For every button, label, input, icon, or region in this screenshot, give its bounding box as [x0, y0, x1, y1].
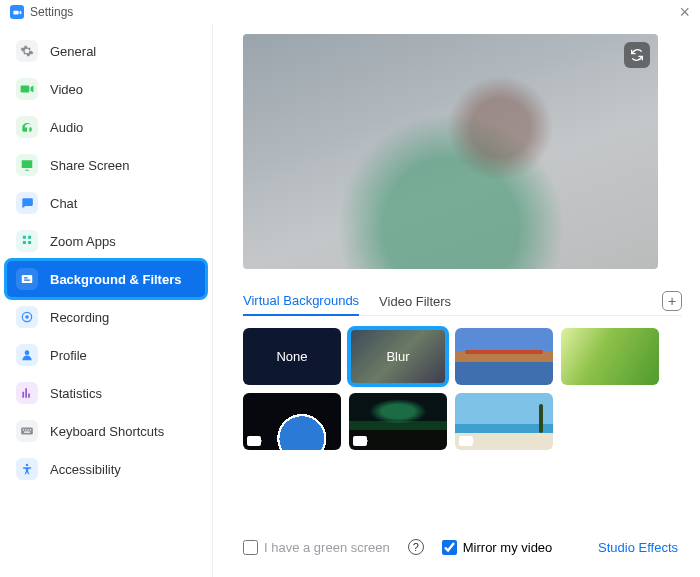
- green-screen-input[interactable]: [243, 540, 258, 555]
- sidebar-item-share-screen[interactable]: Share Screen: [6, 146, 206, 184]
- statistics-icon: [16, 382, 38, 404]
- sidebar-item-label: Profile: [50, 348, 87, 363]
- mirror-video-input[interactable]: [442, 540, 457, 555]
- video-clip-icon: [353, 436, 367, 446]
- tab-video-filters[interactable]: Video Filters: [379, 288, 451, 315]
- headphones-icon: [16, 116, 38, 138]
- studio-effects-link[interactable]: Studio Effects: [598, 540, 682, 555]
- background-icon: [16, 268, 38, 290]
- sidebar-item-accessibility[interactable]: Accessibility: [6, 450, 206, 488]
- background-tile-bridge[interactable]: [455, 328, 553, 385]
- tab-virtual-backgrounds[interactable]: Virtual Backgrounds: [243, 287, 359, 316]
- profile-icon: [16, 344, 38, 366]
- background-tile-aurora[interactable]: [349, 393, 447, 450]
- help-icon[interactable]: ?: [408, 539, 424, 555]
- sidebar-item-label: Background & Filters: [50, 272, 181, 287]
- sidebar-item-profile[interactable]: Profile: [6, 336, 206, 374]
- gear-icon: [16, 40, 38, 62]
- sidebar-item-label: Recording: [50, 310, 109, 325]
- sidebar-item-keyboard-shortcuts[interactable]: Keyboard Shortcuts: [6, 412, 206, 450]
- video-clip-icon: [247, 436, 261, 446]
- mirror-video-checkbox[interactable]: Mirror my video: [442, 540, 553, 555]
- sidebar-item-label: Video: [50, 82, 83, 97]
- sidebar-item-label: Chat: [50, 196, 77, 211]
- background-tile-grass[interactable]: [561, 328, 659, 385]
- sidebar-item-label: Zoom Apps: [50, 234, 116, 249]
- recording-icon: [16, 306, 38, 328]
- svg-point-5: [26, 464, 28, 466]
- sidebar-item-video[interactable]: Video: [6, 70, 206, 108]
- add-background-button[interactable]: +: [662, 291, 682, 311]
- sidebar-item-zoom-apps[interactable]: Zoom Apps: [6, 222, 206, 260]
- accessibility-icon: [16, 458, 38, 480]
- rotate-camera-button[interactable]: [624, 42, 650, 68]
- sidebar-item-statistics[interactable]: Statistics: [6, 374, 206, 412]
- background-tile-earth[interactable]: [243, 393, 341, 450]
- keyboard-icon: [16, 420, 38, 442]
- video-clip-icon: [459, 436, 473, 446]
- svg-rect-0: [22, 275, 33, 283]
- sidebar-item-label: Share Screen: [50, 158, 130, 173]
- sidebar-item-general[interactable]: General: [6, 32, 206, 70]
- background-grid: None Blur: [243, 328, 673, 450]
- zoom-app-icon: [10, 5, 24, 19]
- background-tile-blur[interactable]: Blur: [349, 328, 447, 385]
- background-tile-none[interactable]: None: [243, 328, 341, 385]
- video-preview: [243, 34, 658, 269]
- svg-point-2: [25, 315, 29, 319]
- share-screen-icon: [16, 154, 38, 176]
- sidebar-item-label: Statistics: [50, 386, 102, 401]
- sidebar-item-label: Keyboard Shortcuts: [50, 424, 164, 439]
- green-screen-label: I have a green screen: [264, 540, 390, 555]
- window-title: Settings: [30, 5, 73, 19]
- sidebar-item-background-filters[interactable]: Background & Filters: [6, 260, 206, 298]
- green-screen-checkbox[interactable]: I have a green screen: [243, 540, 390, 555]
- apps-icon: [16, 230, 38, 252]
- settings-sidebar: General Video Audio Share Screen Chat Zo…: [0, 24, 213, 577]
- sidebar-item-audio[interactable]: Audio: [6, 108, 206, 146]
- svg-rect-4: [21, 428, 33, 435]
- tile-label: None: [276, 349, 307, 364]
- close-icon[interactable]: ×: [679, 3, 690, 21]
- tile-label: Blur: [386, 349, 409, 364]
- sidebar-item-chat[interactable]: Chat: [6, 184, 206, 222]
- sidebar-item-label: Accessibility: [50, 462, 121, 477]
- video-icon: [16, 78, 38, 100]
- mirror-video-label: Mirror my video: [463, 540, 553, 555]
- svg-point-3: [25, 350, 30, 355]
- chat-icon: [16, 192, 38, 214]
- background-tile-beach[interactable]: [455, 393, 553, 450]
- sidebar-item-label: General: [50, 44, 96, 59]
- sidebar-item-label: Audio: [50, 120, 83, 135]
- sidebar-item-recording[interactable]: Recording: [6, 298, 206, 336]
